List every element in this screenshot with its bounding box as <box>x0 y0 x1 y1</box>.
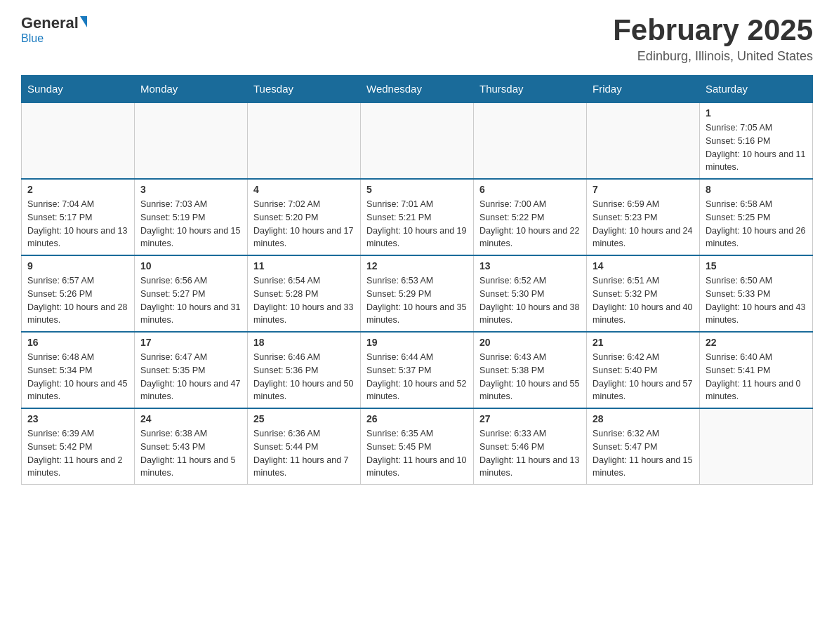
day-info: Sunrise: 6:46 AM Sunset: 5:36 PM Dayligh… <box>253 351 355 403</box>
day-info: Sunrise: 6:38 AM Sunset: 5:43 PM Dayligh… <box>140 427 241 480</box>
calendar-cell: 18Sunrise: 6:46 AM Sunset: 5:36 PM Dayli… <box>248 332 361 408</box>
day-number: 1 <box>706 107 807 119</box>
day-number: 10 <box>140 260 241 271</box>
calendar-week-row: 23Sunrise: 6:39 AM Sunset: 5:42 PM Dayli… <box>22 408 813 485</box>
calendar-week-row: 9Sunrise: 6:57 AM Sunset: 5:26 PM Daylig… <box>22 255 813 332</box>
calendar-cell <box>248 102 361 179</box>
day-info: Sunrise: 7:00 AM Sunset: 5:22 PM Dayligh… <box>479 198 581 250</box>
calendar-cell: 11Sunrise: 6:54 AM Sunset: 5:28 PM Dayli… <box>248 255 361 332</box>
calendar-cell: 13Sunrise: 6:52 AM Sunset: 5:30 PM Dayli… <box>474 255 587 332</box>
day-info: Sunrise: 6:40 AM Sunset: 5:41 PM Dayligh… <box>706 351 807 403</box>
day-number: 16 <box>27 337 128 348</box>
calendar-cell <box>587 102 700 179</box>
calendar-cell: 16Sunrise: 6:48 AM Sunset: 5:34 PM Dayli… <box>22 332 135 408</box>
day-info: Sunrise: 7:05 AM Sunset: 5:16 PM Dayligh… <box>706 121 807 174</box>
calendar-week-row: 1Sunrise: 7:05 AM Sunset: 5:16 PM Daylig… <box>22 102 813 179</box>
day-info: Sunrise: 6:48 AM Sunset: 5:34 PM Dayligh… <box>27 351 128 403</box>
day-number: 14 <box>593 260 694 271</box>
calendar-week-row: 16Sunrise: 6:48 AM Sunset: 5:34 PM Dayli… <box>22 332 813 408</box>
day-info: Sunrise: 6:42 AM Sunset: 5:40 PM Dayligh… <box>593 351 694 403</box>
calendar-cell: 1Sunrise: 7:05 AM Sunset: 5:16 PM Daylig… <box>700 102 813 179</box>
day-number: 3 <box>140 184 241 195</box>
calendar-title: February 2025 <box>613 14 813 46</box>
day-number: 27 <box>479 413 581 424</box>
calendar-cell: 26Sunrise: 6:35 AM Sunset: 5:45 PM Dayli… <box>361 408 474 485</box>
day-number: 17 <box>140 337 241 348</box>
day-info: Sunrise: 6:35 AM Sunset: 5:45 PM Dayligh… <box>366 427 468 480</box>
calendar-cell: 25Sunrise: 6:36 AM Sunset: 5:44 PM Dayli… <box>248 408 361 485</box>
calendar-cell: 10Sunrise: 6:56 AM Sunset: 5:27 PM Dayli… <box>135 255 248 332</box>
day-info: Sunrise: 6:57 AM Sunset: 5:26 PM Dayligh… <box>27 274 128 327</box>
calendar-cell: 4Sunrise: 7:02 AM Sunset: 5:20 PM Daylig… <box>248 179 361 255</box>
calendar-day-header: Tuesday <box>248 76 361 103</box>
day-number: 22 <box>706 337 807 348</box>
day-info: Sunrise: 7:03 AM Sunset: 5:19 PM Dayligh… <box>140 198 241 250</box>
day-info: Sunrise: 6:59 AM Sunset: 5:23 PM Dayligh… <box>593 198 694 250</box>
calendar-week-row: 2Sunrise: 7:04 AM Sunset: 5:17 PM Daylig… <box>22 179 813 255</box>
calendar-cell: 17Sunrise: 6:47 AM Sunset: 5:35 PM Dayli… <box>135 332 248 408</box>
day-number: 21 <box>593 337 694 348</box>
day-info: Sunrise: 6:58 AM Sunset: 5:25 PM Dayligh… <box>706 198 807 250</box>
day-number: 4 <box>253 184 355 195</box>
day-number: 8 <box>706 184 807 195</box>
logo-triangle-icon <box>80 16 87 27</box>
day-info: Sunrise: 6:36 AM Sunset: 5:44 PM Dayligh… <box>253 427 355 480</box>
day-info: Sunrise: 6:47 AM Sunset: 5:35 PM Dayligh… <box>140 351 241 403</box>
calendar-cell: 8Sunrise: 6:58 AM Sunset: 5:25 PM Daylig… <box>700 179 813 255</box>
day-number: 19 <box>366 337 468 348</box>
day-info: Sunrise: 6:44 AM Sunset: 5:37 PM Dayligh… <box>366 351 468 403</box>
calendar-subtitle: Edinburg, Illinois, United States <box>613 49 813 64</box>
day-info: Sunrise: 6:53 AM Sunset: 5:29 PM Dayligh… <box>366 274 468 327</box>
day-number: 23 <box>27 413 128 424</box>
calendar-cell: 21Sunrise: 6:42 AM Sunset: 5:40 PM Dayli… <box>587 332 700 408</box>
day-number: 24 <box>140 413 241 424</box>
day-info: Sunrise: 6:56 AM Sunset: 5:27 PM Dayligh… <box>140 274 241 327</box>
day-number: 2 <box>27 184 128 195</box>
logo-general-text: General <box>21 14 79 32</box>
calendar-cell: 24Sunrise: 6:38 AM Sunset: 5:43 PM Dayli… <box>135 408 248 485</box>
calendar-table: SundayMondayTuesdayWednesdayThursdayFrid… <box>21 75 813 485</box>
calendar-cell: 14Sunrise: 6:51 AM Sunset: 5:32 PM Dayli… <box>587 255 700 332</box>
calendar-cell <box>22 102 135 179</box>
day-info: Sunrise: 6:51 AM Sunset: 5:32 PM Dayligh… <box>593 274 694 327</box>
calendar-cell: 20Sunrise: 6:43 AM Sunset: 5:38 PM Dayli… <box>474 332 587 408</box>
day-number: 11 <box>253 260 355 271</box>
day-number: 13 <box>479 260 581 271</box>
calendar-cell: 3Sunrise: 7:03 AM Sunset: 5:19 PM Daylig… <box>135 179 248 255</box>
day-number: 15 <box>706 260 807 271</box>
day-info: Sunrise: 6:43 AM Sunset: 5:38 PM Dayligh… <box>479 351 581 403</box>
calendar-cell: 28Sunrise: 6:32 AM Sunset: 5:47 PM Dayli… <box>587 408 700 485</box>
calendar-cell <box>474 102 587 179</box>
calendar-cell <box>700 408 813 485</box>
calendar-day-header: Sunday <box>22 76 135 103</box>
calendar-cell: 15Sunrise: 6:50 AM Sunset: 5:33 PM Dayli… <box>700 255 813 332</box>
day-info: Sunrise: 7:02 AM Sunset: 5:20 PM Dayligh… <box>253 198 355 250</box>
calendar-cell: 19Sunrise: 6:44 AM Sunset: 5:37 PM Dayli… <box>361 332 474 408</box>
day-number: 18 <box>253 337 355 348</box>
day-number: 26 <box>366 413 468 424</box>
day-number: 9 <box>27 260 128 271</box>
day-info: Sunrise: 6:32 AM Sunset: 5:47 PM Dayligh… <box>593 427 694 480</box>
calendar-cell: 22Sunrise: 6:40 AM Sunset: 5:41 PM Dayli… <box>700 332 813 408</box>
day-info: Sunrise: 6:33 AM Sunset: 5:46 PM Dayligh… <box>479 427 581 480</box>
calendar-cell: 7Sunrise: 6:59 AM Sunset: 5:23 PM Daylig… <box>587 179 700 255</box>
calendar-cell: 12Sunrise: 6:53 AM Sunset: 5:29 PM Dayli… <box>361 255 474 332</box>
day-number: 12 <box>366 260 468 271</box>
calendar-cell: 27Sunrise: 6:33 AM Sunset: 5:46 PM Dayli… <box>474 408 587 485</box>
day-number: 28 <box>593 413 694 424</box>
day-info: Sunrise: 7:04 AM Sunset: 5:17 PM Dayligh… <box>27 198 128 250</box>
page-header: General Blue February 2025 Edinburg, Ill… <box>21 14 813 64</box>
day-number: 5 <box>366 184 468 195</box>
calendar-day-header: Saturday <box>700 76 813 103</box>
calendar-day-header: Wednesday <box>361 76 474 103</box>
calendar-cell: 6Sunrise: 7:00 AM Sunset: 5:22 PM Daylig… <box>474 179 587 255</box>
day-info: Sunrise: 7:01 AM Sunset: 5:21 PM Dayligh… <box>366 198 468 250</box>
calendar-cell: 23Sunrise: 6:39 AM Sunset: 5:42 PM Dayli… <box>22 408 135 485</box>
title-block: February 2025 Edinburg, Illinois, United… <box>613 14 813 64</box>
calendar-header-row: SundayMondayTuesdayWednesdayThursdayFrid… <box>22 76 813 103</box>
day-number: 6 <box>479 184 581 195</box>
day-info: Sunrise: 6:50 AM Sunset: 5:33 PM Dayligh… <box>706 274 807 327</box>
calendar-day-header: Monday <box>135 76 248 103</box>
logo-blue-text: Blue <box>21 32 44 45</box>
calendar-cell <box>135 102 248 179</box>
